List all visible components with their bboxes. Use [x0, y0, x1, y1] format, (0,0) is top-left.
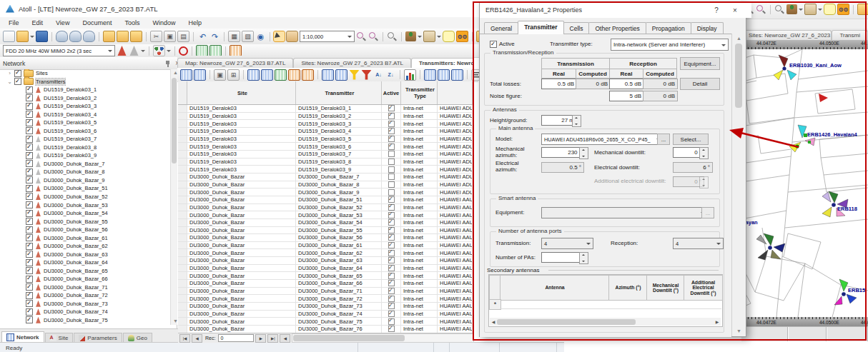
group-button[interactable] [424, 69, 436, 81]
tree-item[interactable]: DU3000_Duhok_Bazar_7 [0, 160, 170, 169]
map-comment-button[interactable] [824, 4, 836, 15]
tree-item[interactable]: DU1519_Deralok03_1 [0, 86, 170, 94]
table-hscroll-thumb[interactable] [293, 335, 404, 341]
tree-item[interactable]: DU3000_Duhok_Bazar_64 [0, 258, 170, 267]
table-hscrollbar[interactable] [292, 333, 474, 343]
detail-button[interactable]: Detail [680, 78, 720, 90]
site-erb118[interactable]: ERB118 [822, 191, 857, 217]
row-selector[interactable] [178, 181, 187, 188]
measure-button[interactable] [423, 31, 435, 42]
table-row[interactable]: DU3000_Duhok_Bazar DU3000_Duhok_Bazar_65… [178, 272, 473, 280]
active-checkbox[interactable] [388, 311, 395, 317]
tree-item[interactable]: DU3000_Duhok_Bazar_61 [0, 233, 170, 242]
tree-item[interactable]: DU1519_Deralok03_6 [0, 127, 170, 136]
web-button[interactable]: ◉ [255, 31, 266, 41]
active-checkbox[interactable] [388, 250, 395, 256]
map-site-dropdown[interactable] [799, 4, 803, 14]
row-selector[interactable] [178, 105, 187, 112]
tree-expander-icon[interactable] [7, 79, 12, 85]
measure-dropdown[interactable] [437, 31, 441, 41]
target-button[interactable] [179, 46, 188, 56]
tree-item[interactable]: DU1519_Deralok03_7 [0, 135, 170, 144]
tree-item[interactable]: DU3000_Duhok_Bazar_75 [0, 316, 170, 324]
table-row[interactable]: DU3000_Duhok_Bazar DU3000_Duhok_Bazar_76… [178, 326, 473, 333]
secondary-hscroll-thumb[interactable] [497, 319, 636, 325]
tree-item[interactable]: DU1519_Deralok03_3 [0, 102, 170, 111]
map-zoom-out-button[interactable] [756, 4, 766, 14]
last-record-button[interactable]: ▶| [267, 334, 278, 343]
table-row[interactable]: DU1519_Deralok03 DU1519_Deralok03_5 Intr… [178, 136, 473, 144]
row-selector[interactable] [178, 211, 187, 218]
tree-expander-icon[interactable] [7, 70, 12, 76]
tree-item[interactable]: DU1519_Deralok03_8 [0, 144, 170, 152]
map-canvas[interactable]: ERB1030_Kani_Aow ERB1426_Havalan4 nayan [741, 49, 868, 317]
filter-button[interactable] [349, 70, 360, 80]
mechanical-azimuth-spinner[interactable] [579, 147, 588, 159]
comment-button[interactable] [443, 31, 455, 42]
tree-item[interactable]: DU3000_Duhok_Bazar_51 [0, 184, 170, 193]
panel-tab-geo[interactable]: Geo [123, 333, 152, 343]
active-checkbox[interactable] [388, 121, 395, 127]
tree-checkbox[interactable] [26, 185, 33, 192]
row-selector[interactable] [178, 272, 187, 279]
active-checkbox[interactable] [388, 326, 395, 332]
grid-button[interactable] [451, 69, 463, 81]
tree-item[interactable]: DU3000_Duhok_Bazar_73 [0, 299, 170, 308]
chart-button[interactable] [404, 69, 416, 81]
tree-checkbox[interactable] [26, 276, 33, 283]
table-row[interactable]: DU1519_Deralok03 DU1519_Deralok03_3 Intr… [178, 120, 473, 128]
active-checkbox[interactable] [388, 288, 395, 294]
row-selector[interactable] [178, 196, 187, 203]
tree-checkbox[interactable] [26, 119, 33, 126]
table-import-button[interactable] [180, 69, 192, 81]
active-checkbox[interactable] [388, 196, 395, 203]
tree-item[interactable]: DU3000_Duhok_Bazar_66 [0, 275, 170, 283]
first-record-button[interactable]: |◀ [179, 334, 190, 343]
active-checkbox[interactable] [388, 151, 395, 157]
tree-checkbox[interactable] [26, 234, 33, 241]
zoom-out-button[interactable] [368, 31, 379, 41]
hscroll-left-icon[interactable]: ◀ [280, 334, 290, 343]
tree-scroll-thumb[interactable] [172, 78, 177, 164]
row-up-button[interactable] [322, 69, 334, 81]
model-more-button[interactable]: ... [657, 134, 670, 145]
tab-map[interactable]: Map: Newroze_GW 27_6_2023 B7.ATL [177, 58, 293, 68]
sort-descending-button[interactable]: Z↓ [385, 70, 396, 80]
table-row[interactable]: DU3000_Duhok_Bazar DU3000_Duhok_Bazar_73… [178, 303, 473, 311]
row-selector[interactable] [178, 143, 187, 150]
table-row[interactable]: DU3000_Duhok_Bazar DU3000_Duhok_Bazar_55… [178, 227, 473, 235]
tree-checkbox[interactable] [26, 103, 33, 110]
noise-figure-real[interactable]: 5 dB [609, 91, 644, 101]
active-checkbox[interactable] [388, 280, 395, 286]
tree-checkbox[interactable] [26, 176, 33, 183]
transmitter-red-icon-button[interactable] [117, 46, 127, 56]
dialog-scrollbar[interactable]: ▲ ▼ [731, 34, 746, 336]
zoom-in-button[interactable] [356, 31, 367, 41]
sites-table-button[interactable] [196, 45, 208, 56]
row-selector[interactable] [178, 249, 187, 256]
table-row[interactable]: DU3000_Duhok_Bazar DU3000_Duhok_Bazar_63… [178, 257, 473, 265]
site-pointer-button[interactable] [405, 31, 416, 41]
model-select-button[interactable]: Select... [673, 134, 709, 145]
menu-file[interactable]: File [9, 19, 19, 26]
table-row[interactable]: DU3000_Duhok_Bazar DU3000_Duhok_Bazar_75… [178, 318, 473, 326]
dialog-tab-other-properties[interactable]: Other Properties [588, 22, 646, 34]
row-selector[interactable] [178, 120, 187, 127]
table-row[interactable]: DU1519_Deralok03 DU1519_Deralok03_2 Intr… [178, 113, 473, 121]
tree-checkbox[interactable] [26, 226, 33, 233]
export-button[interactable] [117, 31, 129, 42]
table-row[interactable]: DU3000_Duhok_Bazar DU3000_Duhok_Bazar_66… [178, 280, 473, 288]
tree-item[interactable]: DU3000_Duhok_Bazar_8 [0, 168, 170, 176]
active-checkbox[interactable] [388, 212, 395, 218]
active-checkbox[interactable] [388, 265, 395, 271]
new-document-button[interactable] [3, 31, 15, 42]
active-checkbox[interactable] [388, 242, 395, 248]
site-erb1426[interactable]: ERB1426_Havalan4 [789, 125, 857, 152]
map-open-button[interactable] [857, 4, 868, 15]
dialog-tab-display[interactable]: Display [691, 22, 724, 34]
tree-checkbox[interactable] [26, 111, 33, 118]
clear-filter-button[interactable] [361, 70, 372, 80]
table-row[interactable]: DU3000_Duhok_Bazar DU3000_Duhok_Bazar_9 … [178, 188, 473, 196]
row-selector[interactable] [178, 288, 187, 295]
map-site-pointer-button[interactable] [786, 4, 797, 14]
